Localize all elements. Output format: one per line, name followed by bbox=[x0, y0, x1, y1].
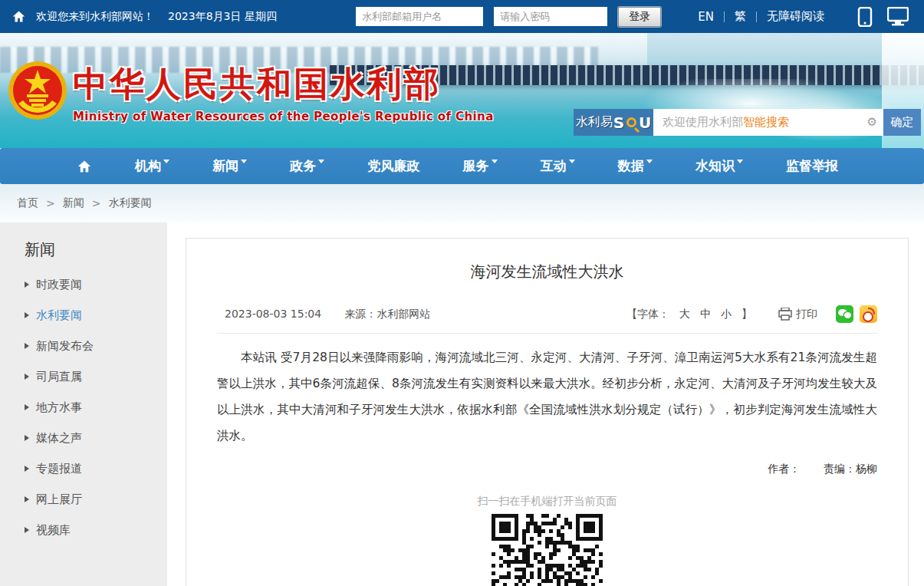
article-meta-left: 2023-08-03 15:04 来源：水利部网站 bbox=[217, 308, 430, 321]
breadcrumb: 首页 > 新闻 > 水利要闻 bbox=[0, 184, 924, 222]
print-button[interactable]: 打印 bbox=[778, 308, 817, 321]
magnifier-icon bbox=[626, 117, 636, 127]
accessibility-link[interactable]: 无障碍阅读 bbox=[767, 9, 824, 24]
lang-en-link[interactable]: EN bbox=[698, 10, 714, 24]
home-icon[interactable] bbox=[12, 10, 25, 23]
national-emblem-logo bbox=[8, 61, 67, 120]
sidebar-item-exhibition[interactable]: 网上展厅 bbox=[25, 484, 167, 515]
article-source: 来源：水利部网站 bbox=[344, 308, 430, 321]
article-byline: 作者： 责编：杨柳 bbox=[217, 463, 877, 476]
nav-item-gov[interactable]: 政务 bbox=[290, 157, 324, 175]
content-area: 海河发生流域性大洪水 2023-08-03 15:04 来源：水利部网站 【字体… bbox=[170, 222, 924, 586]
login-button[interactable]: 登录 bbox=[618, 7, 661, 27]
arrow-right-icon bbox=[25, 343, 29, 349]
font-size-medium-button[interactable]: 中 bbox=[700, 308, 711, 321]
date-text: 2023年8月3日 星期四 bbox=[168, 10, 277, 24]
chevron-down-icon bbox=[241, 160, 247, 163]
breadcrumb-home[interactable]: 首页 bbox=[17, 196, 38, 210]
search-brand: 水利易 S U bbox=[574, 109, 653, 136]
font-size-small-button[interactable]: 小 bbox=[721, 308, 732, 321]
author-label: 作者： bbox=[768, 463, 801, 475]
mobile-phone-icon[interactable] bbox=[857, 7, 873, 27]
main-area: 新闻 时政要闻 水利要闻 新闻发布会 司局直属 地方水事 媒体之声 专题报道 网… bbox=[0, 222, 924, 586]
chevron-down-icon bbox=[318, 160, 324, 163]
divider bbox=[724, 12, 725, 22]
sidebar-item-topics[interactable]: 专题报道 bbox=[25, 453, 167, 484]
nav-item-knowledge[interactable]: 水知识 bbox=[695, 157, 743, 175]
sidebar-title: 新闻 bbox=[25, 239, 167, 260]
nav-item-orgs[interactable]: 机构 bbox=[135, 157, 169, 175]
nav-item-news[interactable]: 新闻 bbox=[212, 157, 247, 175]
chevron-down-icon bbox=[163, 160, 169, 163]
article-meta: 2023-08-03 15:04 来源：水利部网站 【字体： 大 中 小 】 bbox=[217, 305, 877, 323]
sidebar-item-videos[interactable]: 视频库 bbox=[25, 515, 167, 545]
nav-item-supervision[interactable]: 监督举报 bbox=[786, 157, 838, 175]
arrow-right-icon bbox=[25, 281, 29, 288]
topbar: 欢迎您来到水利部网站！ 2023年8月3日 星期四 登录 EN 繁 无障碍阅读 bbox=[0, 0, 924, 33]
chevron-down-icon bbox=[646, 160, 653, 163]
search-input[interactable]: 欢迎使用水利部 智能搜索 ⚙ bbox=[653, 109, 883, 136]
main-nav: 机构 新闻 政务 党风廉政 服务 互动 数据 水知识 监督举报 bbox=[0, 148, 924, 184]
arrow-right-icon bbox=[25, 404, 29, 410]
nav-item-services[interactable]: 服务 bbox=[463, 157, 498, 175]
arrow-right-icon bbox=[25, 496, 29, 502]
nav-item-data[interactable]: 数据 bbox=[618, 157, 653, 175]
desktop-monitor-icon[interactable] bbox=[887, 7, 909, 26]
sidebar-item-water-news[interactable]: 水利要闻 bbox=[25, 300, 167, 331]
sidebar-item-politics[interactable]: 时政要闻 bbox=[25, 269, 167, 300]
nav-home[interactable] bbox=[77, 160, 92, 173]
password-input[interactable] bbox=[494, 7, 607, 26]
nav-item-interact[interactable]: 互动 bbox=[541, 157, 575, 175]
login-group: 登录 bbox=[356, 7, 661, 27]
device-links bbox=[857, 7, 909, 27]
welcome-text: 欢迎您来到水利部网站！ bbox=[36, 10, 154, 24]
language-switcher: EN 繁 无障碍阅读 bbox=[698, 9, 824, 24]
sidebar-item-local[interactable]: 地方水事 bbox=[25, 392, 167, 423]
search-brand-s: S bbox=[613, 114, 624, 132]
site-title: 中华人民共和国水利部 bbox=[73, 65, 494, 104]
divider bbox=[756, 12, 757, 22]
search-placeholder: 欢迎使用水利部 bbox=[663, 115, 743, 130]
sidebar-item-media[interactable]: 媒体之声 bbox=[25, 423, 167, 453]
weibo-share-icon[interactable] bbox=[860, 305, 877, 323]
article-title: 海河发生流域性大洪水 bbox=[217, 262, 877, 282]
sidebar-item-press[interactable]: 新闻发布会 bbox=[25, 331, 167, 361]
gear-icon[interactable]: ⚙ bbox=[867, 115, 877, 129]
username-input[interactable] bbox=[356, 7, 483, 26]
breadcrumb-news[interactable]: 新闻 bbox=[63, 196, 84, 210]
article-meta-right: 【字体： 大 中 小 】 打印 bbox=[626, 305, 877, 323]
divider bbox=[217, 333, 877, 334]
qr-code bbox=[492, 514, 603, 586]
article-panel: 海河发生流域性大洪水 2023-08-03 15:04 来源：水利部网站 【字体… bbox=[186, 238, 909, 586]
print-label: 打印 bbox=[796, 308, 817, 321]
nav-item-party[interactable]: 党风廉政 bbox=[367, 157, 419, 175]
search-bar: 水利易 S U 欢迎使用水利部 智能搜索 ⚙ 确定 bbox=[574, 109, 921, 136]
arrow-right-icon bbox=[25, 374, 29, 380]
breadcrumb-separator: > bbox=[46, 197, 55, 209]
arrow-right-icon bbox=[25, 466, 29, 472]
printer-icon bbox=[778, 308, 792, 321]
article-body: 本站讯 受7月28日以来强降雨影响，海河流域北三河、永定河、大清河、子牙河、漳卫… bbox=[217, 344, 877, 449]
breadcrumb-current: 水利要闻 bbox=[108, 196, 151, 210]
chevron-down-icon bbox=[569, 160, 575, 163]
qr-caption: 扫一扫在手机端打开当前页面 bbox=[217, 495, 877, 509]
font-size-controls: 【字体： 大 中 小 】 bbox=[626, 308, 752, 321]
site-subtitle: Ministry of Water Resources of the Peopl… bbox=[73, 110, 494, 123]
home-icon bbox=[77, 160, 92, 173]
search-placeholder-highlight: 智能搜索 bbox=[743, 115, 789, 130]
editor-label: 责编：杨柳 bbox=[824, 463, 877, 475]
wechat-share-icon[interactable] bbox=[836, 305, 853, 323]
article-date: 2023-08-03 15:04 bbox=[225, 308, 321, 321]
arrow-right-icon bbox=[25, 527, 29, 533]
site-header-banner: 中华人民共和国水利部 Ministry of Water Resources o… bbox=[0, 33, 924, 148]
sidebar-item-bureaus[interactable]: 司局直属 bbox=[25, 361, 167, 392]
search-brand-text: 水利易 bbox=[576, 114, 613, 130]
font-label-close: 】 bbox=[742, 308, 752, 321]
font-size-large-button[interactable]: 大 bbox=[679, 308, 690, 321]
search-brand-u: U bbox=[639, 114, 651, 132]
lang-traditional-link[interactable]: 繁 bbox=[735, 9, 746, 24]
search-submit-button[interactable]: 确定 bbox=[883, 109, 921, 136]
sidebar: 新闻 时政要闻 水利要闻 新闻发布会 司局直属 地方水事 媒体之声 专题报道 网… bbox=[0, 222, 167, 586]
chevron-down-icon bbox=[492, 160, 498, 163]
breadcrumb-separator: > bbox=[92, 197, 101, 209]
